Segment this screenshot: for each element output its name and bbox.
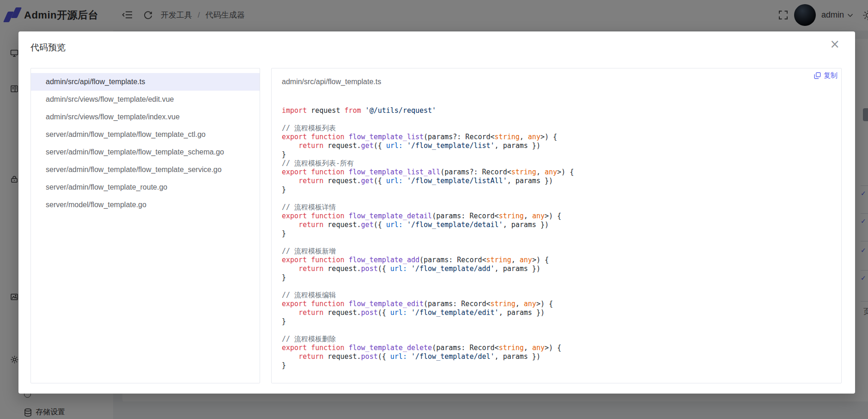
copy-icon (814, 72, 821, 79)
dialog-title: 代码预览 (30, 42, 66, 54)
file-list-item[interactable]: server/model/flow_template.go (31, 196, 260, 214)
file-list-item[interactable]: server/admin/flow_template/flow_template… (31, 161, 260, 179)
file-list-item[interactable]: admin/src/api/flow_template.ts (31, 73, 260, 91)
code-preview-dialog: 代码预览 × admin/src/api/flow_template.tsadm… (18, 31, 855, 394)
code-block: import request from '@/utils/request' //… (282, 106, 838, 381)
copy-button-label: 复制 (824, 71, 838, 80)
close-icon[interactable]: × (830, 38, 840, 50)
code-filename: admin/src/api/flow_template.ts (282, 78, 381, 86)
file-list-item[interactable]: server/admin/flow_template/flow_template… (31, 143, 260, 161)
file-list-item[interactable]: server/admin/flow_template_route.go (31, 179, 260, 196)
file-list-item[interactable]: server/admin/flow_template/flow_template… (31, 126, 260, 143)
code-viewer: 复制 admin/src/api/flow_template.ts import… (271, 68, 842, 383)
file-list: admin/src/api/flow_template.tsadmin/src/… (30, 68, 260, 383)
file-list-item[interactable]: admin/src/views/flow_template/index.vue (31, 108, 260, 126)
file-list-item[interactable]: admin/src/views/flow_template/edit.vue (31, 91, 260, 108)
copy-button[interactable]: 复制 (814, 71, 838, 80)
